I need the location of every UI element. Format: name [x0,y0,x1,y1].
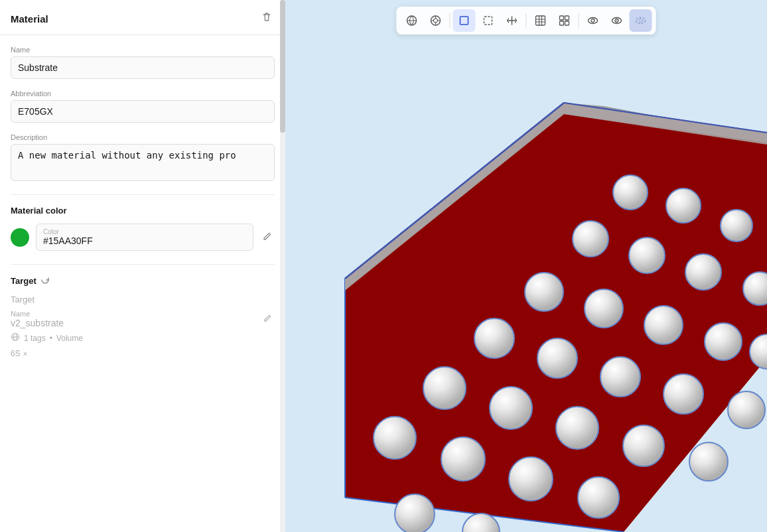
svg-rect-20 [560,21,564,25]
color-edit-button[interactable] [260,229,275,245]
scroll-track [280,0,285,532]
name-input[interactable] [11,56,275,79]
target-suffix: 6S × [11,349,275,358]
right-panel [285,0,767,532]
delete-button[interactable] [259,11,275,27]
svg-rect-18 [560,16,564,20]
description-label: Description [11,133,275,141]
visibility-1-button[interactable] [582,9,604,32]
svg-rect-19 [565,16,569,20]
abbreviation-input[interactable] [11,100,275,123]
select-box-button[interactable] [453,9,476,32]
target-name-value: v2_substrate [11,318,261,328]
scene-svg [285,0,767,532]
svg-rect-11 [460,17,468,25]
svg-point-23 [591,19,594,23]
panel-header: Material [0,0,285,35]
color-row: Color #15AA30FF [11,224,275,251]
refresh-icon[interactable] [40,275,50,287]
target-name-label: Name [11,310,261,318]
name-field-group: Name [11,46,275,79]
svg-rect-21 [565,21,569,25]
abbreviation-field-group: Abbreviation [11,90,275,123]
color-input-value: #15AA30FF [43,235,246,246]
target-name-row: Name v2_substrate [11,310,275,328]
color-input-wrap: Color #15AA30FF [36,224,253,251]
target-volume-label: Volume [56,334,83,343]
svg-point-26 [616,20,618,21]
toolbar-sep-2 [526,13,527,28]
panel-content: Name Abbreviation Description A new mate… [0,35,285,532]
visibility-3-button[interactable] [630,9,652,32]
name-label: Name [11,46,275,54]
svg-rect-13 [536,16,545,25]
description-textarea[interactable]: A new material without any existing pro [11,144,275,181]
target-edit-button[interactable] [261,312,275,326]
view-grid-button[interactable] [553,9,576,32]
divider-1 [11,194,275,195]
target-header: Target [11,275,275,287]
svg-point-28 [639,19,642,23]
target-tags-count: 1 tags [24,334,46,343]
select-circle-button[interactable] [477,9,500,32]
toolbar-sep-3 [579,13,579,28]
target-suffix-icon: × [23,350,27,358]
scroll-thumb[interactable] [280,0,285,133]
target-tags-separator: • [50,334,52,343]
target-section-title: Target [11,276,36,286]
svg-point-6 [434,19,438,23]
abbreviation-label: Abbreviation [11,90,275,98]
color-swatch[interactable] [11,228,29,247]
target-label: Target [11,295,275,304]
toolbar-sep-1 [450,13,451,28]
divider-2 [11,264,275,265]
svg-rect-12 [484,17,492,25]
left-panel: Material Name Abbreviation Description A… [0,0,285,532]
target-meta: 1 tags • Volume [11,332,275,344]
globe-icon [11,332,20,344]
visibility-2-button[interactable] [606,9,628,32]
scene-container [285,0,767,532]
camera-perspective-button[interactable] [401,9,423,32]
target-suffix-value: 6S [11,349,21,358]
description-field-group: Description A new material without any e… [11,133,275,184]
color-input-label: Color [43,228,246,235]
panel-title: Material [11,13,48,25]
transform-button[interactable] [501,9,523,32]
view-front-button[interactable] [529,9,552,32]
material-color-title: Material color [11,206,275,216]
toolbar [397,7,656,34]
camera-orthographic-button[interactable] [425,9,447,32]
